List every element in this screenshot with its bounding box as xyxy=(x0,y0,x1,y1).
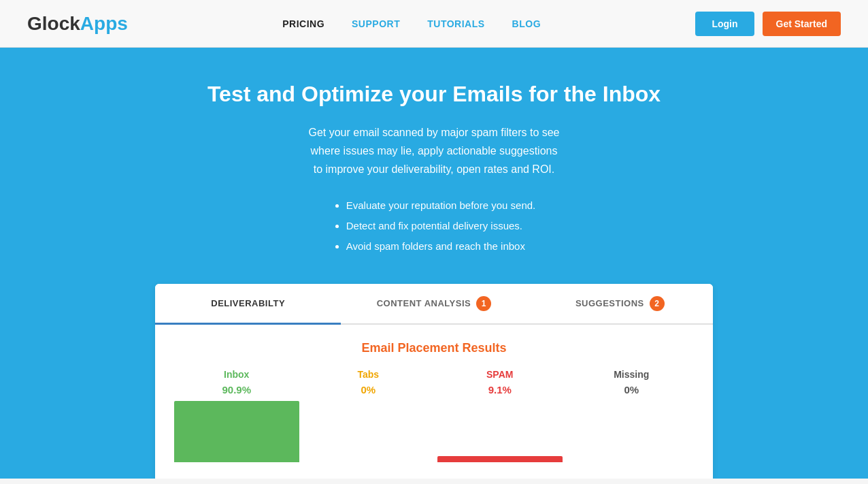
tab-suggestions[interactable]: SUGGESTIONS 2 xyxy=(527,284,713,323)
spam-bar xyxy=(437,456,563,462)
main-nav: PRICING SUPPORT TUTORIALS BLOG xyxy=(282,18,541,29)
hero-subtitle: Get your email scanned by major spam fil… xyxy=(14,123,854,179)
spam-label: SPAM xyxy=(437,369,563,380)
missing-bar-container xyxy=(569,401,695,462)
missing-label: Missing xyxy=(569,369,695,380)
logo-dark-text: Glock xyxy=(27,13,80,34)
hero-title: Test and Optimize your Emails for the In… xyxy=(14,82,854,107)
tab-deliverability[interactable]: DELIVERABILTY xyxy=(155,284,341,325)
column-inbox: Inbox 90.9% xyxy=(174,369,299,462)
tabs-label: Tabs xyxy=(306,369,431,380)
content-analysis-badge: 1 xyxy=(476,296,491,311)
header: GlockApps PRICING SUPPORT TUTORIALS BLOG… xyxy=(0,0,868,48)
nav-pricing[interactable]: PRICING xyxy=(282,18,324,29)
suggestions-badge: 2 xyxy=(650,296,665,311)
logo[interactable]: GlockApps xyxy=(27,13,128,35)
column-tabs: Tabs 0% xyxy=(306,369,431,462)
tabs-pct: 0% xyxy=(306,384,431,396)
column-missing: Missing 0% xyxy=(569,369,695,462)
missing-pct: 0% xyxy=(569,384,695,396)
inbox-bar-container xyxy=(174,401,299,462)
get-started-button[interactable]: Get Started xyxy=(763,12,841,36)
results-columns: Inbox 90.9% Tabs 0% SPAM 9.1% xyxy=(174,369,694,462)
inbox-bar xyxy=(174,401,299,462)
nav-support[interactable]: SUPPORT xyxy=(352,18,400,29)
hero-section: Test and Optimize your Emails for the In… xyxy=(0,48,868,479)
nav-blog[interactable]: BLOG xyxy=(512,18,541,29)
section-title: Email Placement Results xyxy=(174,341,694,355)
logo-blue-text: Apps xyxy=(80,13,128,34)
spam-bar-container xyxy=(437,401,563,462)
hero-bullets: Evaluate your reputation before you send… xyxy=(333,195,536,257)
inbox-pct: 90.9% xyxy=(174,384,299,396)
column-spam: SPAM 9.1% xyxy=(437,369,563,462)
bullet-2: Detect and fix potential delivery issues… xyxy=(346,216,536,236)
panel: DELIVERABILTY CONTENT ANALYSIS 1 SUGGEST… xyxy=(155,284,713,479)
nav-tutorials[interactable]: TUTORIALS xyxy=(427,18,484,29)
tabs: DELIVERABILTY CONTENT ANALYSIS 1 SUGGEST… xyxy=(155,284,713,325)
bullet-1: Evaluate your reputation before you send… xyxy=(346,195,536,216)
spam-pct: 9.1% xyxy=(437,384,563,396)
header-buttons: Login Get Started xyxy=(695,12,841,36)
tab-content-analysis[interactable]: CONTENT ANALYSIS 1 xyxy=(341,284,527,323)
login-button[interactable]: Login xyxy=(695,12,754,36)
bullet-3: Avoid spam folders and reach the inbox xyxy=(346,236,536,257)
inbox-label: Inbox xyxy=(174,369,299,380)
tabs-bar-container xyxy=(306,401,431,462)
panel-content: Email Placement Results Inbox 90.9% Tabs… xyxy=(155,325,713,479)
